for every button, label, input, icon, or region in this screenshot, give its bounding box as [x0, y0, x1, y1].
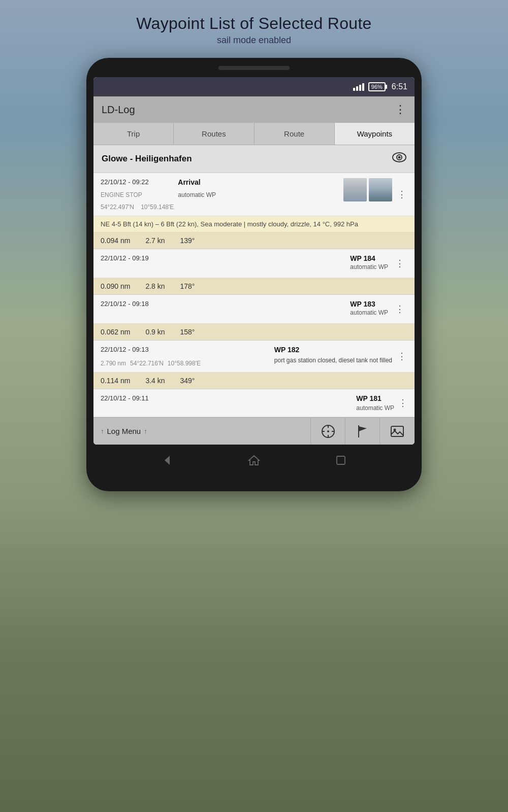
wp-type-183: automatic WP: [350, 309, 388, 317]
route-header: Glowe - Heiligenhafen: [93, 145, 415, 173]
log-menu-label[interactable]: Log Menu: [107, 427, 141, 435]
svg-point-2: [398, 156, 401, 159]
svg-rect-13: [337, 456, 345, 464]
waypoint-list: 22/10/12 - 09:22 ENGINE STOP 54°22.497'N…: [93, 173, 415, 417]
wp-type-181: automatic WP: [356, 404, 394, 412]
svg-marker-12: [165, 456, 170, 465]
dist-row-3: 0.114 nm 3.4 kn 349°: [93, 373, 415, 389]
log-menu-arrow-up: ↑: [101, 427, 104, 435]
log-menu-arrow-up2: ↑: [144, 427, 147, 435]
page-subtitle: sail mode enabled: [10, 35, 498, 46]
waypoint-arrival: 22/10/12 - 09:22 ENGINE STOP 54°22.497'N…: [93, 173, 415, 216]
bearing-value-3: 349°: [180, 377, 195, 385]
dist-value-1: 0.090 nm: [101, 282, 130, 290]
visibility-toggle-icon[interactable]: [392, 152, 406, 165]
dist-row-0: 0.094 nm 2.7 kn 139°: [93, 232, 415, 249]
flag-icon: [357, 424, 369, 438]
gallery-button[interactable]: [380, 418, 415, 445]
wp-coords-arrival: 54°22.497'N 10°59.148'E: [101, 204, 174, 211]
app-bar: LD-Log ⋮: [93, 96, 415, 123]
wp-menu-183[interactable]: ⋮: [392, 300, 407, 318]
dist-row-2: 0.062 nm 0.9 kn 158°: [93, 324, 415, 341]
waypoint-184: 22/10/12 - 09:19 WP 184 automatic WP ⋮: [93, 249, 415, 278]
wp-coords-182: 2.790 nm 54°22.716'N 10°58.998'E: [101, 360, 270, 367]
wp-name-183: WP 183: [350, 300, 388, 308]
speed-value-1: 2.8 kn: [145, 282, 165, 290]
svg-point-4: [327, 430, 329, 432]
dist-value-2: 0.062 nm: [101, 328, 130, 336]
home-button[interactable]: [245, 452, 263, 469]
wp-type-184: automatic WP: [350, 263, 388, 272]
signal-bar-4: [362, 83, 364, 91]
waypoint-182: 22/10/12 - 09:13 WP 182 ⋮ port gas stati…: [93, 341, 415, 373]
wp-name-arrival: Arrival: [178, 178, 339, 189]
wp-name-184: WP 184: [350, 254, 388, 262]
dist-row-1: 0.090 nm 2.8 kn 178°: [93, 278, 415, 295]
wp-images-arrival: [343, 178, 392, 201]
compass-button[interactable]: [311, 418, 345, 445]
signal-bar-2: [356, 86, 358, 91]
wp-datetime-183: 22/10/12 - 09:18: [101, 300, 346, 308]
page-title: Waypoint List of Selected Route: [10, 14, 498, 33]
bottom-nav-bar: ↑ Log Menu ↑: [93, 417, 415, 445]
tab-route[interactable]: Route: [255, 123, 335, 145]
wp-menu-arrival[interactable]: ⋮: [396, 178, 407, 211]
signal-bar-3: [359, 85, 361, 91]
wp-name-182: WP 182: [274, 346, 392, 354]
app-title: LD-Log: [102, 104, 135, 116]
home-icon: [248, 454, 260, 466]
compass-icon: [321, 424, 335, 438]
eye-svg: [392, 152, 406, 162]
wp-image-dock[interactable]: [369, 178, 392, 201]
wp-datetime-182: 22/10/12 - 09:13: [101, 346, 270, 354]
wp-lon2-182: 10°58.998'E: [168, 360, 201, 367]
route-name: Glowe - Heiligenhafen: [102, 154, 192, 164]
back-button[interactable]: [158, 452, 176, 469]
recents-button[interactable]: [332, 452, 350, 469]
tab-trip[interactable]: Trip: [93, 123, 174, 145]
gallery-icon: [390, 425, 404, 437]
bearing-value-1: 178°: [180, 282, 195, 290]
wp-datetime-184: 22/10/12 - 09:19: [101, 254, 346, 262]
wp-lon-arrival: 10°59.148'E: [141, 204, 174, 211]
flag-button[interactable]: [345, 418, 380, 445]
wp-image-fog[interactable]: [343, 178, 367, 201]
wp-lat-arrival: 54°22.497'N: [101, 204, 134, 211]
back-icon: [162, 455, 173, 466]
signal-bar-1: [353, 88, 355, 91]
phone-shell: 96% 6:51 LD-Log ⋮ Trip Routes Route Wayp…: [86, 58, 422, 491]
wp-type-arrival: automatic WP: [178, 191, 339, 201]
wp-name-181: WP 181: [356, 394, 394, 402]
battery-indicator: 96%: [368, 82, 386, 91]
svg-rect-10: [391, 426, 403, 436]
tabs-bar: Trip Routes Route Waypoints: [93, 123, 415, 145]
bearing-value-2: 158°: [180, 328, 195, 336]
phone-screen: 96% 6:51 LD-Log ⋮ Trip Routes Route Wayp…: [93, 77, 415, 445]
wp-datetime-181: 22/10/12 - 09:11: [101, 394, 352, 402]
bottom-action-icons: [310, 418, 415, 445]
waypoint-183: 22/10/12 - 09:18 WP 183 automatic WP ⋮: [93, 295, 415, 324]
tab-routes[interactable]: Routes: [174, 123, 254, 145]
status-time: 6:51: [392, 82, 407, 91]
recents-icon: [335, 455, 346, 466]
wp-menu-184[interactable]: ⋮: [392, 254, 407, 273]
overflow-menu-button[interactable]: ⋮: [395, 103, 406, 116]
tab-waypoints[interactable]: Waypoints: [335, 123, 415, 145]
weather-row: NE 4-5 Bft (14 kn) – 6 Bft (22 kn), Sea …: [93, 216, 415, 232]
wp-menu-182[interactable]: ⋮: [396, 346, 407, 367]
wp-lat-182: 2.790 nm: [101, 360, 126, 367]
dist-value-3: 0.114 nm: [101, 377, 130, 385]
wp-menu-181[interactable]: ⋮: [398, 394, 407, 412]
status-bar: 96% 6:51: [93, 77, 415, 96]
bearing-value-0: 139°: [180, 236, 195, 245]
phone-speaker: [218, 66, 290, 70]
speed-value-3: 3.4 kn: [145, 377, 165, 385]
wp-datetime-arrival: 22/10/12 - 09:22: [101, 178, 174, 189]
wp-engine-stop: ENGINE STOP: [101, 191, 174, 201]
speed-value-0: 2.7 kn: [145, 236, 165, 245]
dist-value-0: 0.094 nm: [101, 236, 130, 245]
speed-value-2: 0.9 kn: [145, 328, 165, 336]
signal-icon: [353, 83, 364, 91]
android-nav: [93, 445, 415, 476]
log-menu-section: ↑ Log Menu ↑: [93, 427, 310, 435]
